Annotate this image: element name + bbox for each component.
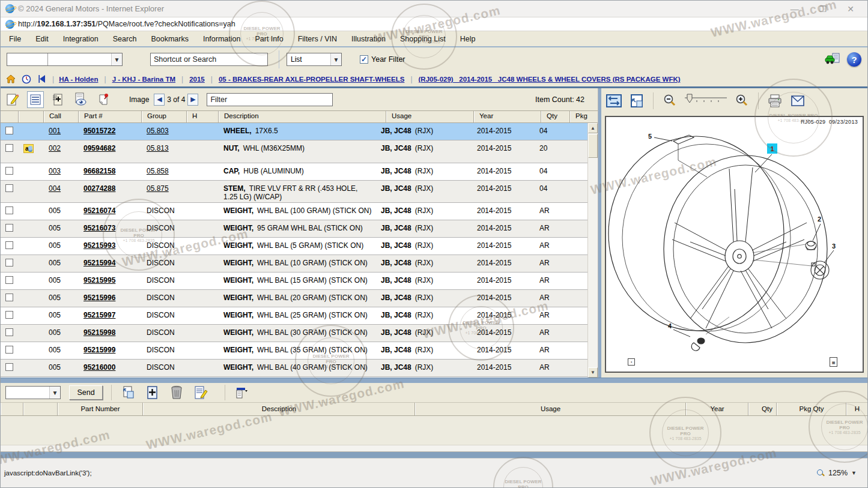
part-number-link[interactable]: 95215993 (83, 241, 115, 250)
add-to-list-icon[interactable] (50, 91, 67, 108)
menu-part-info[interactable]: Part Info (255, 35, 283, 43)
help-icon[interactable]: ? (847, 52, 861, 67)
row-checkbox[interactable] (5, 184, 13, 192)
column-header-pkg[interactable]: Pkg (570, 111, 598, 122)
table-row[interactable]: 0019501572205.803WHEEL,17X6.5JB, JC48(RJ… (1, 123, 587, 140)
row-checkbox[interactable] (5, 241, 13, 249)
copy-item-icon[interactable] (120, 384, 137, 401)
call-number[interactable]: 002 (49, 144, 61, 152)
fit-page-icon[interactable] (628, 92, 646, 110)
zoom-control[interactable]: 125% ▼ (817, 469, 857, 477)
table-row[interactable]: 00595215995DISCONWEIGHT,WHL BAL (15 GRAM… (1, 273, 587, 290)
call-number[interactable]: 004 (49, 184, 61, 193)
menu-search[interactable]: Search (113, 35, 137, 43)
breadcrumb-link-1[interactable]: J - KHJ - Barina TM (112, 76, 175, 83)
column-header-qty[interactable]: Qty (541, 111, 570, 122)
shortcut-search-input[interactable] (150, 53, 268, 66)
row-checkbox[interactable] (5, 346, 13, 354)
zoom-slider[interactable] (684, 92, 728, 110)
quick-select-combo[interactable]: ▼ (7, 53, 123, 66)
row-checkbox[interactable] (5, 144, 13, 152)
table-row[interactable]: 0040027428805.875STEM,TIRE VLV FRT & RR … (1, 181, 587, 203)
group-code[interactable]: 05.875 (147, 184, 169, 193)
row-checkbox[interactable] (5, 224, 13, 232)
column-header-note[interactable] (19, 111, 44, 122)
menu-help[interactable]: Help (460, 35, 476, 43)
call-number[interactable]: 001 (49, 127, 61, 135)
edit-list-icon[interactable] (192, 384, 209, 401)
part-number-link[interactable]: 95215999 (83, 346, 115, 354)
column-header-description[interactable]: Description (143, 403, 415, 415)
zoom-out-icon[interactable] (661, 92, 679, 110)
part-number-link[interactable]: 96682158 (83, 167, 115, 175)
part-number-link[interactable]: 00274288 (83, 184, 115, 193)
menu-shopping-list[interactable]: Shopping List (400, 35, 446, 43)
table-row[interactable]: 00595216074DISCONWEIGHT,WHL BAL (100 GRA… (1, 203, 587, 220)
chevron-down-icon[interactable]: ▼ (851, 470, 857, 476)
row-checkbox[interactable] (5, 363, 13, 371)
column-header-usage[interactable]: Usage (415, 403, 686, 415)
history-clock-icon[interactable] (21, 74, 32, 85)
vehicle-info-icon[interactable] (824, 51, 841, 68)
group-code[interactable]: 05.803 (147, 127, 169, 135)
column-header-select[interactable] (1, 111, 19, 122)
menu-bookmarks[interactable]: Bookmarks (151, 35, 189, 43)
row-checkbox[interactable] (5, 167, 13, 175)
column-header-call[interactable]: Call (44, 111, 79, 122)
send-button[interactable]: Send (69, 385, 103, 400)
print-icon[interactable] (766, 92, 784, 110)
view-mode-select[interactable]: List▼ (287, 53, 342, 66)
table-row[interactable]: 00595215997DISCONWEIGHT,WHL BAL (25 GRAM… (1, 307, 587, 325)
group-code[interactable]: 05.813 (147, 144, 169, 152)
fit-width-icon[interactable] (605, 92, 623, 110)
table-row[interactable]: a0020959468205.813NUT,WHL (M36X25MM)JB, … (1, 140, 587, 163)
part-number-link[interactable]: 95015722 (83, 127, 115, 135)
url-text[interactable]: http://192.168.1.37:351/PQMace/root.fve?… (18, 20, 235, 28)
chevron-down-icon[interactable]: ▼ (330, 53, 341, 65)
menu-filters-vin[interactable]: Filters / VIN (298, 35, 337, 43)
pinned-note-icon[interactable] (96, 91, 112, 108)
call-number[interactable]: 003 (49, 167, 61, 175)
scrollbar-thumb[interactable] (588, 134, 598, 158)
chevron-down-icon[interactable]: ▼ (111, 53, 122, 65)
column-header-year[interactable]: Year (686, 403, 748, 415)
breadcrumb-link-4[interactable]: (RJ05-029) 2014-2015 JC48 WHEELS & WHEEL… (419, 76, 681, 83)
row-checkbox[interactable] (5, 294, 13, 301)
edit-note-icon[interactable] (4, 91, 21, 108)
column-header-qty[interactable]: Qty (748, 403, 777, 415)
send-target-select[interactable]: ▼ (5, 386, 61, 399)
year-filter-checkbox[interactable]: ✓ (360, 55, 368, 64)
next-image-button[interactable]: ▶ (187, 94, 198, 106)
menu-integration[interactable]: Integration (63, 35, 99, 43)
preview-icon[interactable] (73, 91, 90, 108)
table-row[interactable]: 00595215996DISCONWEIGHT,WHL BAL (20 GRAM… (1, 290, 587, 307)
chevron-down-icon[interactable]: ▼ (49, 387, 60, 399)
menu-information[interactable]: Information (203, 35, 241, 43)
scroll-down-icon[interactable]: ▼ (588, 367, 598, 378)
row-checkbox[interactable] (5, 328, 13, 336)
list-view-icon[interactable] (27, 91, 44, 108)
part-number-link[interactable]: 95215996 (83, 294, 115, 302)
close-button[interactable]: ✕ (847, 4, 854, 14)
part-number-link[interactable]: 95215995 (83, 276, 115, 285)
table-row[interactable]: 00595215993DISCONWEIGHT,WHL BAL (5 GRAM)… (1, 238, 587, 255)
add-item-icon[interactable] (144, 384, 161, 401)
row-checkbox[interactable] (5, 276, 13, 284)
delete-item-icon[interactable] (168, 384, 185, 401)
table-row[interactable]: 00595215994DISCONWEIGHT,WHL BAL (10 GRAM… (1, 255, 587, 273)
row-checkbox[interactable] (5, 127, 13, 134)
year-filter-toggle[interactable]: ✓ Year Filter (360, 55, 405, 64)
email-icon[interactable] (789, 92, 807, 110)
zoom-in-icon[interactable] (733, 92, 751, 110)
menu-illustration[interactable]: Illustration (351, 35, 386, 43)
horizontal-scrollbar[interactable] (1, 445, 867, 452)
prev-image-button[interactable]: ◀ (154, 94, 165, 106)
vertical-scrollbar[interactable]: ▲ ▼ (587, 123, 598, 378)
part-number-link[interactable]: 95215998 (83, 328, 115, 337)
breadcrumb-link-3[interactable]: 05 - BRAKES-REAR AXLE-PROPELLER SHAFT-WH… (219, 76, 404, 83)
home-icon[interactable] (5, 74, 16, 85)
row-checkbox[interactable] (5, 311, 13, 319)
scroll-up-icon[interactable]: ▲ (588, 123, 598, 133)
back-icon[interactable] (37, 74, 47, 85)
table-row[interactable]: 0039668215805.858CAP,HUB (ALUMINUM)JB, J… (1, 163, 587, 181)
